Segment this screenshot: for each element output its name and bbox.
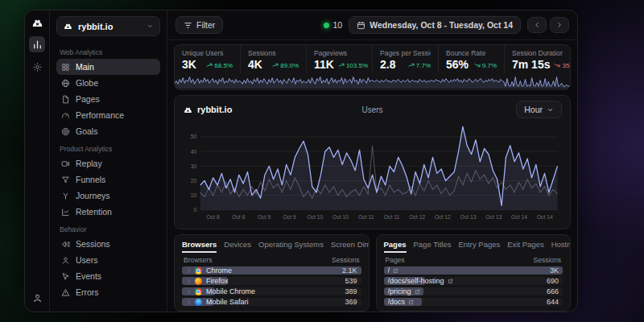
table-row[interactable]: Mobile Chrome389 bbox=[182, 287, 361, 295]
account-rail-button[interactable] bbox=[29, 290, 45, 306]
sidebar: rybbit.io Web AnalyticsMainGlobePagesPer… bbox=[50, 10, 167, 312]
sidebar-item-funnels[interactable]: Funnels bbox=[56, 171, 160, 188]
analytics-rail-button[interactable] bbox=[29, 36, 45, 52]
row-label: Mobile Chrome bbox=[206, 287, 255, 295]
stat-pages-per-session[interactable]: Pages per Session2.87.7% bbox=[372, 45, 438, 73]
sidebar-item-label: Sessions bbox=[76, 239, 110, 249]
sidebar-item-users[interactable]: Users bbox=[56, 252, 160, 268]
prev-period-button[interactable] bbox=[527, 17, 547, 33]
gauge-icon bbox=[61, 111, 70, 120]
svg-text:50: 50 bbox=[191, 134, 197, 139]
sidebar-item-goals[interactable]: Goals bbox=[56, 123, 160, 139]
svg-text:20: 20 bbox=[191, 178, 197, 184]
sidebar-item-globe[interactable]: Globe bbox=[56, 75, 160, 91]
tab-entry-pages[interactable]: Entry Pages bbox=[459, 240, 501, 253]
table-row[interactable]: Firefox539 bbox=[182, 277, 361, 285]
filter-button[interactable]: Filter bbox=[175, 16, 223, 34]
chart-site-name: rybbit.io bbox=[197, 105, 232, 114]
live-dot-icon bbox=[324, 23, 329, 28]
sidebar-item-label: Main bbox=[76, 62, 94, 72]
stat-value: 4K bbox=[248, 58, 262, 71]
table-row[interactable]: /docs/self-hosting690 bbox=[384, 277, 564, 285]
sidebar-item-retention[interactable]: Retention bbox=[56, 204, 160, 220]
stat-change-value: 103.5% bbox=[346, 62, 368, 69]
tab-pages[interactable]: Pages bbox=[384, 240, 407, 253]
table-row[interactable]: Chrome2.1K bbox=[182, 266, 361, 275]
tab-browsers[interactable]: Browsers bbox=[182, 240, 217, 253]
tab-exit-pages[interactable]: Exit Pages bbox=[507, 240, 543, 253]
external-link-icon[interactable] bbox=[415, 289, 420, 295]
external-link-icon[interactable] bbox=[448, 279, 453, 284]
tab-devices[interactable]: Devices bbox=[224, 240, 251, 253]
sidebar-item-replay[interactable]: Replay bbox=[56, 155, 160, 171]
tab-screen-dimensions[interactable]: Screen Dimensions bbox=[331, 240, 369, 253]
tab-operating-systems[interactable]: Operating Systems bbox=[258, 240, 324, 253]
live-count: 10 bbox=[333, 20, 343, 30]
site-selector[interactable]: rybbit.io bbox=[56, 16, 160, 36]
svg-text:Oct 13: Oct 13 bbox=[460, 214, 477, 220]
firefox-favicon-icon bbox=[195, 278, 202, 285]
table-row[interactable]: Mobile Safari369 bbox=[182, 298, 361, 306]
sidebar-item-main[interactable]: Main bbox=[56, 59, 160, 75]
date-range-button[interactable]: Wednesday, Oct 8 - Tuesday, Oct 14 bbox=[349, 16, 521, 34]
chart-site-badge: rybbit.io bbox=[183, 105, 232, 115]
stat-unique-users[interactable]: Unique Users3K68.5% bbox=[175, 45, 240, 73]
globe-icon bbox=[61, 79, 70, 88]
stat-change-value: 7.7% bbox=[416, 62, 431, 69]
chevron-right-icon[interactable] bbox=[186, 268, 192, 274]
stat-label: Sessions bbox=[248, 49, 299, 57]
svg-text:30: 30 bbox=[191, 163, 197, 169]
panel-tabs: BrowsersDevicesOperating SystemsScreen D… bbox=[182, 240, 361, 253]
stat-bounce-rate[interactable]: Bounce Rate56%9.7% bbox=[438, 45, 504, 73]
interval-dropdown[interactable]: Hour bbox=[516, 101, 562, 118]
table-row[interactable]: /pricing666 bbox=[384, 287, 564, 295]
sidebar-item-journeys[interactable]: Journeys bbox=[56, 188, 160, 204]
site-name: rybbit.io bbox=[78, 22, 113, 31]
row-label: / bbox=[388, 266, 390, 275]
svg-text:Oct 11: Oct 11 bbox=[358, 214, 374, 220]
sidebar-item-label: Performance bbox=[76, 110, 124, 120]
external-link-icon[interactable] bbox=[393, 268, 398, 274]
tab-hostnames[interactable]: Hostnames bbox=[551, 240, 571, 253]
pages-panel: PagesPage TitlesEntry PagesExit PagesHos… bbox=[376, 234, 572, 312]
row-value: 539 bbox=[345, 277, 357, 285]
settings-rail-button[interactable] bbox=[29, 59, 45, 75]
next-period-button[interactable] bbox=[550, 17, 569, 33]
chevron-right-icon[interactable] bbox=[186, 289, 192, 295]
chevron-down-icon bbox=[147, 23, 154, 30]
sidebar-item-events[interactable]: Events bbox=[56, 268, 160, 284]
row-label: /pricing bbox=[388, 287, 411, 295]
svg-text:Oct 9: Oct 9 bbox=[283, 214, 296, 220]
stat-value: 2.8 bbox=[380, 58, 395, 71]
svg-text:Oct 14: Oct 14 bbox=[511, 214, 527, 220]
stat-label: Pages per Session bbox=[380, 49, 431, 57]
stat-change: 89.0% bbox=[272, 62, 299, 69]
table-row[interactable]: /docs644 bbox=[384, 298, 564, 306]
stat-change: 7.7% bbox=[408, 62, 431, 69]
external-link-icon[interactable] bbox=[408, 299, 414, 305]
table-row[interactable]: /3K bbox=[384, 266, 564, 275]
sidebar-item-errors[interactable]: Errors bbox=[56, 284, 160, 300]
nav-section-label: Web Analytics bbox=[60, 48, 157, 56]
sidebar-item-label: Users bbox=[76, 255, 97, 265]
nav-section-label: Behavior bbox=[60, 225, 157, 233]
sidebar-item-pages[interactable]: Pages bbox=[56, 91, 160, 107]
column-header: Browsers bbox=[184, 256, 212, 264]
users-line-chart[interactable]: 01020304050Oct 8Oct 8Oct 9Oct 9Oct 10Oct… bbox=[183, 118, 562, 227]
stats-sparkline bbox=[175, 73, 570, 89]
sidebar-item-sessions[interactable]: Sessions bbox=[56, 236, 160, 252]
sidebar-item-performance[interactable]: Performance bbox=[56, 107, 160, 123]
stat-pageviews[interactable]: Pageviews11K103.5% bbox=[306, 45, 372, 73]
tab-page-titles[interactable]: Page Titles bbox=[414, 240, 452, 253]
stat-session-duration[interactable]: Session Duration7m 15s35.9% bbox=[504, 45, 570, 73]
row-label: /docs bbox=[388, 298, 406, 306]
stat-sessions[interactable]: Sessions4K89.0% bbox=[240, 45, 306, 73]
chevron-right-icon[interactable] bbox=[186, 299, 192, 305]
trend-up-icon bbox=[206, 62, 213, 68]
mobile-safari-favicon-icon bbox=[195, 299, 202, 306]
app-window: rybbit.io Web AnalyticsMainGlobePagesPer… bbox=[24, 10, 578, 312]
cursor-icon bbox=[61, 272, 70, 281]
stat-change: 9.7% bbox=[474, 62, 497, 69]
sidebar-item-label: Errors bbox=[76, 287, 99, 297]
chevron-right-icon[interactable] bbox=[186, 279, 192, 284]
